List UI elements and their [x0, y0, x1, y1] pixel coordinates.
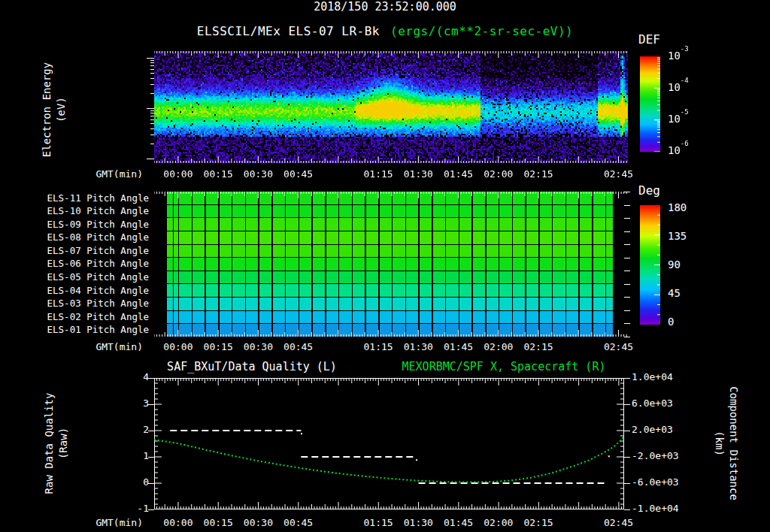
- pitch-boundary-tick: [624, 297, 630, 298]
- plot-window: { "header": { "datetime": "2018/150 23:5…: [0, 0, 770, 532]
- quality-tick-label: 3: [113, 397, 149, 409]
- pitch-grid-lines: [167, 192, 613, 337]
- quality-major-stub: [148, 431, 154, 431]
- distance-tick-label: -1.0e+04: [632, 503, 679, 514]
- energy-axis-title-line2: (eV): [54, 97, 68, 122]
- bottom-title-right: MEXORBMC/SPF X, Spacecraft (R): [391, 360, 617, 373]
- quality-tick-label: -1: [113, 503, 149, 514]
- time-tick-label: 00:45: [280, 168, 317, 180]
- pitch-boundary-tick: [624, 244, 630, 245]
- energy-axis-title: Electron Energy (eV): [38, 27, 70, 192]
- pitch-boundary-tick: [624, 231, 630, 232]
- deg-tick-label: 180: [668, 201, 687, 213]
- time-tick-label: 00:15: [200, 341, 236, 352]
- energy-major-tick: [147, 159, 154, 159]
- pitch-boundary-tick: [624, 310, 630, 311]
- quality-major-stub: [148, 457, 154, 458]
- pitch-boundary-tick: [624, 218, 630, 219]
- distance-major-stub: [624, 431, 630, 431]
- time-tick-label: 00:15: [200, 168, 236, 180]
- log-tick-label: 10-4: [668, 80, 689, 93]
- deg-tick-label: 90: [668, 258, 681, 271]
- log-tick-label: 10-3: [668, 49, 689, 62]
- gmt-label-bottom: GMT(min): [79, 517, 143, 528]
- time-tick-label: 02:15: [520, 168, 556, 180]
- instrument-title: ELSSCIL/MEx ELS-07 LR-Bk: [197, 24, 380, 38]
- distance-tick-label: -6.0e+03: [632, 476, 679, 488]
- deg-tick-label: 45: [668, 287, 681, 299]
- time-tick-label: 02:15: [520, 517, 556, 528]
- distance-tick-label: 1.0e+04: [632, 371, 673, 382]
- distance-axis-title: Component Distance (km): [711, 346, 741, 532]
- log-tick-label: 10-6: [668, 144, 689, 156]
- time-tick-label: 02:45: [601, 341, 637, 352]
- pitch-row-label: ELS-09 Pitch Angle: [44, 219, 149, 230]
- time-tick-label: 02:00: [480, 341, 517, 352]
- def-colorbar: [640, 56, 660, 152]
- quality-axis-title-line1: Raw Data Quality: [42, 393, 56, 494]
- time-tick-label: 00:00: [160, 341, 196, 352]
- quality-tick-label: 4: [113, 371, 149, 382]
- distance-axis-title-line1: Component Distance: [726, 386, 741, 500]
- bottom-title-left: SAF_BXuT/Data Quality (L): [154, 360, 350, 373]
- distance-major-stub: [624, 509, 630, 510]
- time-tick-label: 01:15: [360, 341, 396, 352]
- pitch-row-label: ELS-04 Pitch Angle: [44, 285, 149, 296]
- time-tick-label: 00:00: [160, 517, 196, 528]
- pitch-row-label: ELS-10 Pitch Angle: [44, 205, 149, 216]
- time-tick-label: 01:45: [441, 517, 477, 528]
- time-tick-label: 02:15: [520, 341, 556, 352]
- time-tick-label: 01:30: [400, 517, 436, 528]
- distance-tick-label: -2.0e+03: [632, 450, 679, 461]
- time-tick-label: 00:30: [240, 341, 276, 352]
- quality-major-stub: [148, 483, 154, 484]
- distance-major-stub: [624, 404, 630, 405]
- quality-axis-title-line2: (Raw): [56, 428, 71, 459]
- bottom-plot-frame: [154, 378, 624, 509]
- distance-major-stub: [624, 457, 630, 458]
- pitch-row-label: ELS-11 Pitch Angle: [44, 192, 149, 204]
- pitch-boundary-tick: [624, 284, 630, 285]
- def-colorbar-title: DEF: [638, 32, 660, 47]
- quality-major-stub: [148, 509, 154, 510]
- time-tick-label: 02:45: [601, 168, 637, 180]
- deg-colorbar: [640, 205, 660, 325]
- distance-axis-title-line2: (km): [712, 431, 726, 456]
- time-tick-label: 00:15: [200, 517, 236, 528]
- pitch-row-label: ELS-02 Pitch Angle: [44, 311, 149, 322]
- time-tick-label: 01:30: [400, 341, 436, 352]
- time-tick-label: 00:30: [240, 168, 276, 180]
- pitch-row-label: ELS-08 Pitch Angle: [44, 231, 149, 243]
- deg-tick-label: 135: [668, 230, 687, 242]
- time-tick-label: 01:15: [360, 517, 396, 528]
- quality-major-stub: [148, 404, 154, 405]
- time-tick-label: 00:45: [280, 517, 317, 528]
- time-tick-label: 02:45: [601, 517, 637, 528]
- pitch-boundary-tick: [624, 205, 630, 206]
- time-tick-label: 01:15: [360, 168, 396, 180]
- spectrogram-canvas: [154, 51, 628, 163]
- time-tick-label: 01:30: [400, 168, 436, 180]
- distance-tick-label: 6.0e+03: [632, 397, 673, 409]
- energy-axis-title-line1: Electron Energy: [40, 62, 54, 157]
- pitch-row-label: ELS-01 Pitch Angle: [44, 324, 149, 335]
- pitch-boundary-tick: [624, 271, 630, 271]
- pitch-panel: [154, 192, 628, 337]
- quality-major-stub: [148, 378, 154, 379]
- log-tick-label: 10-5: [668, 112, 689, 125]
- quality-tick-label: 2: [113, 424, 149, 435]
- pitch-boundary-tick: [624, 258, 630, 258]
- energy-major-tick: [147, 108, 154, 109]
- time-tick-label: 01:45: [441, 341, 477, 352]
- pitch-row-label: ELS-03 Pitch Angle: [44, 298, 149, 309]
- pitch-row-label: ELS-06 Pitch Angle: [44, 258, 149, 269]
- quality-tick-label: 0: [113, 476, 149, 488]
- time-tick-label: 00:30: [240, 517, 276, 528]
- time-tick-label: 02:00: [480, 517, 517, 528]
- time-tick-label: 00:00: [160, 168, 196, 180]
- time-tick-label: 02:00: [480, 168, 517, 180]
- gmt-label-top: GMT(min): [79, 168, 143, 180]
- deg-colorbar-title: Deg: [638, 183, 660, 198]
- quality-tick-label: 1: [113, 450, 149, 461]
- pitch-boundary-tick: [624, 323, 630, 324]
